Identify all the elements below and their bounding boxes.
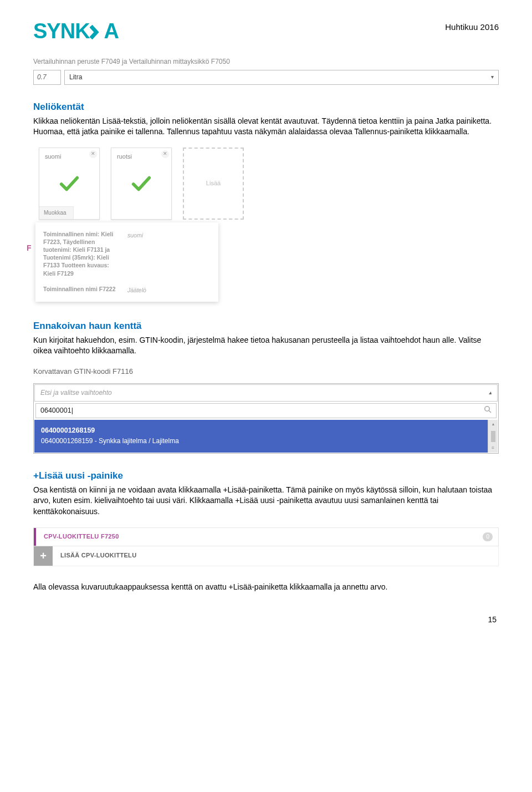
card-detail-popover: Toiminnallinen nimi: Kieli F7223, Täydel…	[35, 222, 218, 302]
unit-select[interactable]: Litra ▾	[64, 70, 499, 85]
combo-field-label: Vertailuhinnan peruste F7049 ja Vertailu…	[33, 57, 499, 67]
check-icon	[131, 175, 152, 192]
decorative-letter: F	[27, 243, 32, 254]
search-result-item[interactable]: 06400001268159 06400001268159 - Synkka l…	[34, 420, 498, 453]
section-heading-lisaa: +Lisää uusi -painike	[33, 469, 499, 483]
detail-label-1: Toiminnallinen nimi: Kieli F7223, Täydel…	[43, 230, 121, 277]
add-card-label: Lisää	[206, 179, 221, 187]
section-body-2: Kun kirjoitat hakuehdon, esim. GTIN-kood…	[33, 335, 499, 357]
cpv-classification-block: CPV-LUOKITTELU F7250 0 + LISÄÄ CPV-LUOKI…	[33, 527, 499, 566]
search-placeholder-row[interactable]: Etsi ja valitse vaihtoehto ▴	[34, 384, 498, 402]
section-heading-neliokenttat: Neliökentät	[33, 100, 499, 114]
svg-point-0	[485, 407, 489, 411]
detail-value-1: suomi	[127, 230, 211, 277]
gtin-search-block: Korvattavan GTIN-koodi F7116 Etsi ja val…	[33, 367, 499, 454]
language-card-suomi[interactable]: suomi ✕ Muokkaa	[39, 148, 100, 220]
page-header: SYNKA Huhtikuu 2016	[33, 17, 499, 46]
check-icon	[59, 175, 80, 192]
result-title: 06400001268159	[41, 425, 491, 436]
language-cards-panel: F suomi ✕ Muokkaa ruotsi ✕ Lisää Toiminn…	[39, 148, 283, 303]
cpv-header-row[interactable]: CPV-LUOKITTELU F7250 0	[33, 527, 499, 546]
document-date: Huhtikuu 2016	[445, 17, 499, 33]
add-language-card[interactable]: Lisää	[183, 148, 244, 220]
count-badge: 0	[483, 532, 493, 541]
search-icon	[484, 405, 492, 417]
comparison-price-input[interactable]: 0.7	[33, 70, 61, 85]
detail-label-2: Toiminnallinen nimi F7222	[43, 285, 121, 295]
search-input[interactable]: 06400001|	[35, 403, 497, 419]
cpv-title: CPV-LUOKITTELU F7250	[36, 528, 483, 546]
search-placeholder-text: Etsi ja valitse vaihtoehto	[40, 388, 112, 398]
search-input-value: 06400001|	[40, 406, 73, 416]
brand-logo: SYNKA	[33, 17, 119, 46]
scrollbar[interactable]: ▴≡	[488, 420, 498, 453]
footer-body-text: Alla olevassa kuvaruutukaappauksessa ken…	[33, 582, 499, 593]
unit-select-value: Litra	[69, 73, 82, 82]
cpv-add-button[interactable]: + LISÄÄ CPV-LUOKITTELU	[33, 546, 499, 566]
chevron-up-icon: ▴	[489, 389, 492, 397]
edit-button[interactable]: Muokkaa	[39, 206, 74, 219]
section-body-1: Klikkaa neliökentän Lisää-tekstiä, jollo…	[33, 116, 499, 138]
page-number: 15	[33, 615, 499, 626]
section-body-3: Osa kentistä on kiinni ja ne voidaan ava…	[33, 485, 499, 517]
section-heading-ennakoivan: Ennakoivan haun kenttä	[33, 319, 499, 333]
cpv-add-label: LISÄÄ CPV-LUOKITTELU	[53, 546, 498, 566]
language-card-ruotsi[interactable]: ruotsi ✕	[111, 148, 172, 220]
svg-line-1	[489, 410, 491, 413]
card-title: ruotsi	[117, 153, 132, 161]
close-icon[interactable]: ✕	[161, 150, 169, 158]
result-description: 06400001268159 - Synkka lajitelma / Laji…	[41, 436, 491, 446]
search-field-label: Korvattavan GTIN-koodi F7116	[33, 367, 499, 377]
plus-icon: +	[34, 546, 53, 566]
card-title: suomi	[45, 153, 61, 161]
detail-value-2: Jäätelö	[127, 285, 211, 295]
close-icon[interactable]: ✕	[89, 150, 97, 158]
chevron-down-icon: ▾	[491, 73, 494, 81]
